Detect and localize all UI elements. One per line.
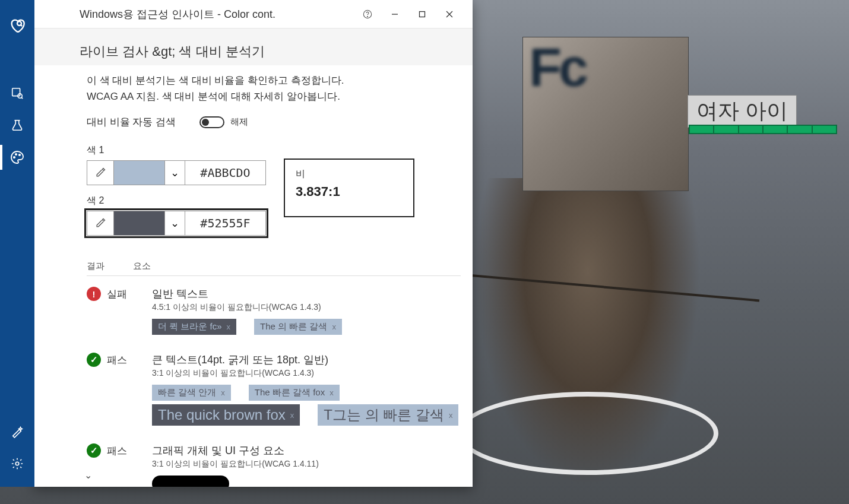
window-titlebar: Windows용 접근성 인사이트 - Color cont. (33, 0, 473, 28)
color-2-eyedropper[interactable] (87, 211, 114, 236)
color-picker-magnifier: Fc (522, 37, 689, 191)
status-badge-fail: ! (87, 287, 101, 301)
ratio-value: 3.837:1 (296, 184, 403, 199)
sidebar-settings-icon[interactable] (0, 448, 34, 480)
window-title: Windows용 접근성 인사이트 - Color cont. (80, 7, 354, 21)
color-2-label: 색 2 (87, 195, 266, 207)
sidebar-beaker-icon[interactable] (0, 109, 34, 141)
contrast-ratio-box: 비 3.837:1 (284, 159, 414, 217)
result-requirement: 4.5:1 이상의 비율이 필요합니다(WCAG 1.4.3) (152, 302, 461, 313)
auto-detect-toggle-row: 대비 비율 자동 검색 해제 (87, 115, 461, 129)
sidebar-inspect-icon[interactable] (0, 77, 34, 109)
redacted-sample (152, 476, 229, 487)
color-1-label: 색 1 (87, 144, 266, 157)
svg-rect-9 (420, 11, 425, 17)
contrast-sample: The quick brown foxx (152, 404, 300, 426)
color-1-block: 색 1 ⌄ #ABBCDO (87, 144, 266, 185)
color-1-eyedropper[interactable] (87, 160, 114, 185)
help-button[interactable] (354, 5, 381, 24)
ratio-label: 비 (296, 168, 403, 180)
color-1-swatch (114, 161, 164, 185)
sidebar-wand-icon[interactable] (0, 416, 34, 448)
auto-detect-state: 해제 (230, 116, 248, 128)
contrast-sample: T그는 의 빠른 갈색x (318, 404, 458, 426)
scroll-down-chevron[interactable]: ⌄ (81, 468, 95, 482)
svg-point-8 (367, 16, 368, 17)
auto-detect-label: 대비 비율 자동 검색 (87, 115, 176, 129)
sample-close-icon[interactable]: x (227, 322, 231, 331)
sidebar-palette-icon[interactable] (0, 141, 34, 173)
result-requirement: 3:1 이상의 비율이 필요합니다(WCAG 1.4.11) (152, 459, 461, 470)
auto-detect-toggle[interactable] (199, 116, 224, 128)
sidebar-logo-icon[interactable] (0, 9, 34, 42)
game-selection-ring (457, 392, 718, 475)
status-badge-pass: ✓ (87, 443, 101, 458)
page-description: 이 색 대비 분석기는 색 대비 비율을 확인하고 측정합니다. WCAG AA… (87, 72, 461, 104)
sample-close-icon[interactable]: x (330, 388, 334, 397)
svg-rect-1 (12, 88, 20, 96)
results-col-element: 요소 (133, 261, 151, 272)
page-header: 라이브 검사 &gt; 색 대비 분석기 (33, 28, 473, 65)
svg-point-4 (15, 154, 17, 155)
game-character-label: 여자 아이 (688, 95, 797, 128)
results-header-row: 결과 요소 (87, 257, 461, 276)
sample-close-icon[interactable]: x (221, 388, 225, 397)
chevron-down-icon: ⌄ (164, 211, 185, 235)
maximize-button[interactable] (408, 5, 436, 24)
game-health-bar (689, 125, 837, 134)
contrast-sample: 더 퀵 브라운 fc»x (152, 319, 236, 335)
result-title: 큰 텍스트(14pt. 굵게 또는 18pt. 일반) (152, 353, 461, 367)
svg-point-3 (14, 157, 15, 158)
close-button[interactable] (436, 5, 463, 24)
color-1-swatch-dropdown[interactable]: ⌄ (114, 160, 185, 185)
sample-close-icon[interactable]: x (290, 411, 294, 420)
contrast-sample: 빠른 갈색 안개x (152, 385, 231, 401)
result-requirement: 3:1 이상의 비율이 필요합니다(WCAG 1.4.3) (152, 368, 461, 379)
magnifier-sample-text: Fc (529, 37, 585, 99)
status-label: 패스 (107, 444, 127, 458)
result-row: ✓ 패스 그래픽 개체 및 UI 구성 요소 3:1 이상의 비율이 필요합니다… (87, 443, 461, 487)
accessibility-insights-window: Windows용 접근성 인사이트 - Color cont. 라이브 검사 &… (33, 0, 473, 487)
color-2-swatch-dropdown[interactable]: ⌄ (114, 211, 185, 236)
results-col-result: 결과 (87, 261, 104, 272)
contrast-sample: The 빠른 갈색 foxx (249, 385, 340, 401)
chevron-down-icon: ⌄ (164, 161, 185, 185)
color-2-hex-input[interactable]: #52555F (185, 211, 266, 236)
result-row: ! 실패 일반 텍스트 4.5:1 이상의 비율이 필요합니다(WCAG 1.4… (87, 287, 461, 338)
breadcrumb: 라이브 검사 &gt; 색 대비 분석기 (80, 43, 473, 61)
result-title: 일반 텍스트 (152, 287, 461, 301)
color-2-block: 색 2 ⌄ #52555F (87, 195, 266, 236)
result-title: 그래픽 개체 및 UI 구성 요소 (152, 443, 461, 458)
minimize-button[interactable] (381, 5, 408, 24)
status-label: 실패 (107, 287, 127, 301)
svg-point-5 (19, 154, 20, 156)
app-sidebar (0, 0, 34, 487)
sample-close-icon[interactable]: x (332, 322, 336, 331)
result-row: ✓ 패스 큰 텍스트(14pt. 굵게 또는 18pt. 일반) 3:1 이상의… (87, 353, 461, 429)
status-label: 패스 (107, 353, 127, 367)
color-2-swatch (114, 211, 164, 235)
sample-close-icon[interactable]: x (449, 411, 453, 420)
svg-point-6 (15, 462, 19, 465)
status-badge-pass: ✓ (87, 353, 101, 367)
color-1-hex-input[interactable]: #ABBCDO (185, 160, 266, 185)
main-content: 이 색 대비 분석기는 색 대비 비율을 확인하고 측정합니다. WCAG AA… (33, 65, 473, 487)
contrast-sample: The 의 빠른 갈색x (254, 319, 342, 335)
